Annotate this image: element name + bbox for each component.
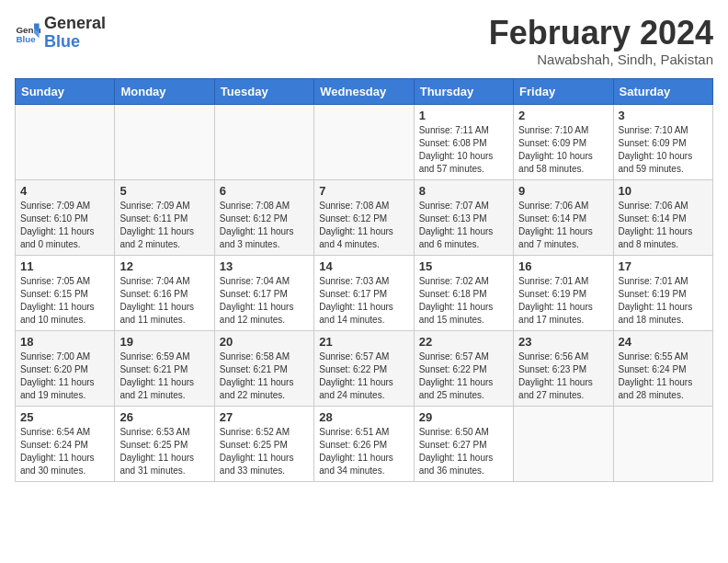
day-info: Sunrise: 6:58 AMSunset: 6:21 PMDaylight:… — [220, 350, 309, 402]
calendar-cell: 15Sunrise: 7:02 AMSunset: 6:18 PMDayligh… — [414, 255, 513, 330]
day-number: 5 — [119, 184, 209, 198]
day-number: 25 — [20, 410, 109, 424]
calendar-subtitle: Nawabshah, Sindh, Pakistan — [489, 52, 713, 67]
day-number: 28 — [319, 410, 408, 424]
logo-icon: General Blue — [15, 20, 40, 46]
day-number: 20 — [220, 335, 309, 349]
calendar-header-sunday: Sunday — [16, 78, 115, 104]
day-info: Sunrise: 7:00 AMSunset: 6:20 PMDaylight:… — [20, 350, 109, 402]
calendar-cell: 7Sunrise: 7:08 AMSunset: 6:12 PMDaylight… — [314, 179, 414, 255]
day-number: 21 — [319, 335, 408, 349]
calendar-cell: 24Sunrise: 6:55 AMSunset: 6:24 PMDayligh… — [613, 330, 712, 406]
day-info: Sunrise: 7:04 AMSunset: 6:17 PMDaylight:… — [220, 275, 309, 327]
day-number: 19 — [119, 335, 209, 349]
day-number: 1 — [419, 109, 508, 122]
calendar-week-3: 11Sunrise: 7:05 AMSunset: 6:15 PMDayligh… — [16, 255, 713, 330]
day-number: 22 — [419, 335, 508, 349]
day-number: 11 — [20, 259, 109, 273]
day-number: 4 — [20, 184, 109, 198]
day-number: 24 — [619, 335, 708, 349]
day-number: 10 — [619, 184, 708, 198]
day-number: 2 — [518, 109, 608, 122]
day-number: 29 — [419, 410, 508, 424]
day-info: Sunrise: 6:59 AMSunset: 6:21 PMDaylight:… — [119, 350, 209, 402]
calendar-cell: 18Sunrise: 7:00 AMSunset: 6:20 PMDayligh… — [16, 330, 115, 406]
calendar-cell: 4Sunrise: 7:09 AMSunset: 6:10 PMDaylight… — [16, 179, 115, 255]
calendar-cell: 22Sunrise: 6:57 AMSunset: 6:22 PMDayligh… — [414, 330, 513, 406]
day-info: Sunrise: 7:10 AMSunset: 6:09 PMDaylight:… — [619, 124, 708, 176]
day-number: 7 — [319, 184, 408, 198]
day-info: Sunrise: 7:05 AMSunset: 6:15 PMDaylight:… — [20, 275, 109, 327]
logo: General Blue General Blue — [15, 15, 106, 52]
day-number: 26 — [119, 410, 209, 424]
day-number: 8 — [419, 184, 508, 198]
day-info: Sunrise: 6:56 AMSunset: 6:23 PMDaylight:… — [518, 350, 608, 402]
calendar-cell: 5Sunrise: 7:09 AMSunset: 6:11 PMDaylight… — [115, 179, 214, 255]
day-number: 23 — [518, 335, 608, 349]
calendar-cell: 9Sunrise: 7:06 AMSunset: 6:14 PMDaylight… — [514, 179, 613, 255]
day-info: Sunrise: 7:01 AMSunset: 6:19 PMDaylight:… — [619, 275, 708, 327]
day-info: Sunrise: 7:11 AMSunset: 6:08 PMDaylight:… — [419, 124, 508, 176]
day-number: 15 — [419, 259, 508, 273]
calendar-header-wednesday: Wednesday — [314, 78, 414, 104]
calendar-header-monday: Monday — [115, 78, 214, 104]
calendar-week-5: 25Sunrise: 6:54 AMSunset: 6:24 PMDayligh… — [16, 406, 713, 481]
calendar-header-thursday: Thursday — [414, 78, 513, 104]
day-number: 14 — [319, 259, 408, 273]
day-info: Sunrise: 7:02 AMSunset: 6:18 PMDaylight:… — [419, 275, 508, 327]
calendar-cell: 26Sunrise: 6:53 AMSunset: 6:25 PMDayligh… — [115, 406, 214, 481]
calendar-cell: 10Sunrise: 7:06 AMSunset: 6:14 PMDayligh… — [613, 179, 712, 255]
calendar-cell: 1Sunrise: 7:11 AMSunset: 6:08 PMDaylight… — [414, 104, 513, 179]
calendar-cell: 19Sunrise: 6:59 AMSunset: 6:21 PMDayligh… — [115, 330, 214, 406]
svg-text:Blue: Blue — [16, 34, 36, 44]
calendar-cell: 17Sunrise: 7:01 AMSunset: 6:19 PMDayligh… — [613, 255, 712, 330]
title-block: February 2024 Nawabshah, Sindh, Pakistan — [489, 15, 713, 67]
calendar-cell: 16Sunrise: 7:01 AMSunset: 6:19 PMDayligh… — [514, 255, 613, 330]
day-number: 27 — [220, 410, 309, 424]
calendar-cell: 11Sunrise: 7:05 AMSunset: 6:15 PMDayligh… — [16, 255, 115, 330]
day-number: 12 — [119, 259, 209, 273]
day-number: 13 — [220, 259, 309, 273]
calendar-cell — [214, 104, 313, 179]
calendar-cell: 29Sunrise: 6:50 AMSunset: 6:27 PMDayligh… — [414, 406, 513, 481]
calendar-cell: 6Sunrise: 7:08 AMSunset: 6:12 PMDaylight… — [214, 179, 313, 255]
calendar-cell: 28Sunrise: 6:51 AMSunset: 6:26 PMDayligh… — [314, 406, 414, 481]
calendar-cell — [314, 104, 414, 179]
calendar-cell: 8Sunrise: 7:07 AMSunset: 6:13 PMDaylight… — [414, 179, 513, 255]
calendar-header-saturday: Saturday — [613, 78, 712, 104]
day-info: Sunrise: 7:07 AMSunset: 6:13 PMDaylight:… — [419, 200, 508, 251]
day-number: 9 — [518, 184, 608, 198]
day-info: Sunrise: 6:57 AMSunset: 6:22 PMDaylight:… — [319, 350, 408, 402]
day-info: Sunrise: 7:09 AMSunset: 6:11 PMDaylight:… — [119, 200, 209, 251]
calendar-cell — [115, 104, 214, 179]
day-info: Sunrise: 7:08 AMSunset: 6:12 PMDaylight:… — [319, 200, 408, 251]
day-number: 17 — [619, 259, 708, 273]
calendar-title: February 2024 — [489, 15, 713, 52]
day-info: Sunrise: 6:50 AMSunset: 6:27 PMDaylight:… — [419, 426, 508, 477]
calendar-cell: 14Sunrise: 7:03 AMSunset: 6:17 PMDayligh… — [314, 255, 414, 330]
day-number: 3 — [619, 109, 708, 122]
day-info: Sunrise: 7:08 AMSunset: 6:12 PMDaylight:… — [220, 200, 309, 251]
calendar-cell — [514, 406, 613, 481]
calendar-table: SundayMondayTuesdayWednesdayThursdayFrid… — [15, 78, 713, 482]
day-info: Sunrise: 6:57 AMSunset: 6:22 PMDaylight:… — [419, 350, 508, 402]
calendar-cell: 3Sunrise: 7:10 AMSunset: 6:09 PMDaylight… — [613, 104, 712, 179]
calendar-header-tuesday: Tuesday — [214, 78, 313, 104]
day-info: Sunrise: 6:53 AMSunset: 6:25 PMDaylight:… — [119, 426, 209, 477]
page-header: General Blue General Blue February 2024 … — [15, 15, 713, 67]
calendar-week-4: 18Sunrise: 7:00 AMSunset: 6:20 PMDayligh… — [16, 330, 713, 406]
day-info: Sunrise: 6:51 AMSunset: 6:26 PMDaylight:… — [319, 426, 408, 477]
day-info: Sunrise: 7:04 AMSunset: 6:16 PMDaylight:… — [119, 275, 209, 327]
calendar-header-row: SundayMondayTuesdayWednesdayThursdayFrid… — [16, 78, 713, 104]
day-info: Sunrise: 6:54 AMSunset: 6:24 PMDaylight:… — [20, 426, 109, 477]
day-info: Sunrise: 7:03 AMSunset: 6:17 PMDaylight:… — [319, 275, 408, 327]
day-info: Sunrise: 7:09 AMSunset: 6:10 PMDaylight:… — [20, 200, 109, 251]
calendar-cell: 25Sunrise: 6:54 AMSunset: 6:24 PMDayligh… — [16, 406, 115, 481]
day-info: Sunrise: 6:55 AMSunset: 6:24 PMDaylight:… — [619, 350, 708, 402]
calendar-cell — [16, 104, 115, 179]
calendar-cell — [613, 406, 712, 481]
day-info: Sunrise: 7:01 AMSunset: 6:19 PMDaylight:… — [518, 275, 608, 327]
day-number: 16 — [518, 259, 608, 273]
calendar-cell: 21Sunrise: 6:57 AMSunset: 6:22 PMDayligh… — [314, 330, 414, 406]
calendar-header-friday: Friday — [514, 78, 613, 104]
